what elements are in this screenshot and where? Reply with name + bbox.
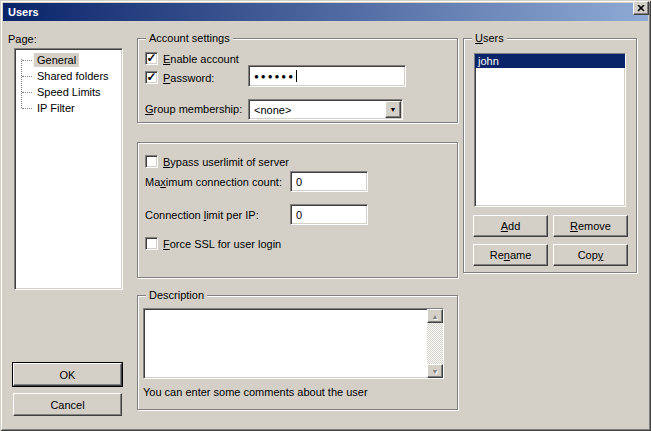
description-textarea[interactable]: ▲ ▼ xyxy=(143,308,444,379)
arrow-down-icon: ▼ xyxy=(432,368,439,375)
page-tree[interactable]: General Shared folders Speed Limits IP F… xyxy=(14,48,123,290)
tree-item-speed-limits[interactable]: Speed Limits xyxy=(15,84,122,100)
tree-item-shared-folders[interactable]: Shared folders xyxy=(15,68,122,84)
cancel-button[interactable]: Cancel xyxy=(13,393,122,416)
scroll-up-button[interactable]: ▲ xyxy=(427,309,443,323)
force-ssl-checkbox[interactable] xyxy=(145,237,158,250)
password-label: Password: xyxy=(163,71,214,85)
password-masked-value: ●●●●●● xyxy=(254,72,295,81)
add-user-button[interactable]: Add xyxy=(473,215,548,237)
password-checkbox[interactable]: ✓ xyxy=(145,71,158,84)
rename-user-button[interactable]: Rename xyxy=(473,244,548,266)
connection-limit-per-ip-field[interactable]: 0 xyxy=(290,204,368,225)
close-button[interactable] xyxy=(633,1,649,15)
description-title: Description xyxy=(146,289,207,302)
enable-account-label: Enable account xyxy=(163,52,239,66)
users-list[interactable]: john xyxy=(474,53,626,207)
remove-user-button[interactable]: Remove xyxy=(553,215,628,237)
chevron-down-icon: ▼ xyxy=(390,106,397,113)
account-settings-title: Account settings xyxy=(146,32,233,45)
force-ssl-label: Force SSL for user login xyxy=(163,237,281,251)
max-connection-count-field[interactable]: 0 xyxy=(290,171,368,192)
scroll-down-button[interactable]: ▼ xyxy=(427,364,443,378)
window-title: Users xyxy=(3,6,39,18)
dropdown-button[interactable]: ▼ xyxy=(385,101,401,118)
enable-account-checkbox[interactable]: ✓ xyxy=(145,52,158,65)
group-membership-label: Group membership: xyxy=(145,102,242,116)
title-bar[interactable]: Users xyxy=(3,3,648,21)
description-hint: You can enter some comments about the us… xyxy=(143,385,368,399)
close-icon xyxy=(637,5,645,12)
check-icon: ✓ xyxy=(146,72,156,82)
users-group-title: Users xyxy=(472,32,507,45)
copy-user-button[interactable]: Copy xyxy=(553,244,628,266)
group-membership-dropdown[interactable]: <none> ▼ xyxy=(248,99,403,120)
connection-limit-per-ip-label: Connection limit per IP: xyxy=(145,208,259,222)
description-scrollbar[interactable]: ▲ ▼ xyxy=(427,309,443,378)
check-icon: ✓ xyxy=(146,53,156,63)
arrow-up-icon: ▲ xyxy=(432,313,439,320)
password-field[interactable]: ●●●●●● xyxy=(248,65,406,87)
max-connection-count-label: Maximum connection count: xyxy=(145,175,282,189)
user-list-item[interactable]: john xyxy=(475,54,625,68)
bypass-userlimit-checkbox[interactable] xyxy=(145,155,158,168)
ok-button[interactable]: OK xyxy=(13,363,122,386)
tree-item-general[interactable]: General xyxy=(15,52,122,68)
bypass-userlimit-label: Bypass userlimit of server xyxy=(163,155,289,169)
tree-item-ip-filter[interactable]: IP Filter xyxy=(15,100,122,116)
users-dialog: Users Page: General Shared folders Speed… xyxy=(0,0,651,431)
page-label: Page: xyxy=(8,32,37,46)
text-caret xyxy=(296,70,297,82)
group-membership-value: <none> xyxy=(254,104,291,116)
